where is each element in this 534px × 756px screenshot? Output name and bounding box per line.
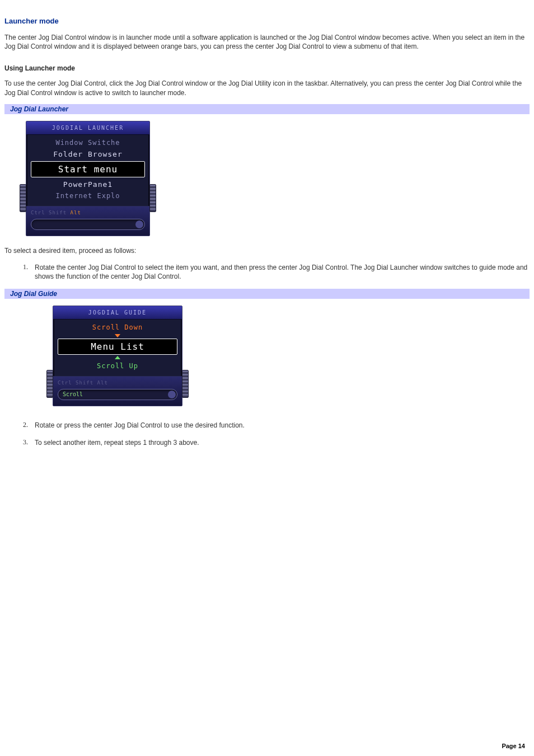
launcher-item[interactable]: Window Switche bbox=[31, 137, 145, 148]
guide-footer: Ctrl Shift Alt Scroll bbox=[53, 376, 182, 406]
launcher-list: Window Switche Folder Browser Start menu… bbox=[26, 135, 149, 206]
guide-scroll-up[interactable]: Scroll Up bbox=[58, 360, 177, 372]
figure-launcher: JOGDIAL LAUNCHER Window Switche Folder B… bbox=[4, 114, 530, 241]
steps-list-cont: 2. Rotate or press the center Jog Dial C… bbox=[4, 421, 530, 447]
section-heading: Launcher mode bbox=[4, 17, 530, 25]
guide-list: Scroll Down Menu List Scroll Up bbox=[53, 320, 182, 376]
jogdial-guide-window: JOGDIAL GUIDE Scroll Down Menu List Scro… bbox=[53, 306, 182, 406]
usage-paragraph: To use the center Jog Dial Control, clic… bbox=[4, 79, 530, 97]
modifier-key-indicator: Ctrl Shift Alt bbox=[31, 210, 145, 215]
steps-list: 1. Rotate the center Jog Dial Control to… bbox=[4, 263, 530, 281]
select-lead: To select a desired item, proceed as fol… bbox=[4, 246, 530, 255]
guide-slot[interactable]: Scroll bbox=[58, 389, 177, 400]
step-number: 2. bbox=[4, 421, 35, 429]
figure-caption-guide: Jog Dial Guide bbox=[4, 289, 530, 299]
chevron-down-icon bbox=[115, 334, 120, 337]
launcher-item[interactable]: PowerPane1 bbox=[31, 179, 145, 190]
intro-paragraph: The center Jog Dial Control window is in… bbox=[4, 33, 530, 51]
step-number: 1. bbox=[4, 263, 35, 271]
keys-dim: Ctrl Shift bbox=[31, 210, 67, 215]
guide-titlebar: JOGDIAL GUIDE bbox=[53, 306, 182, 320]
slot-label: Scroll bbox=[63, 389, 83, 400]
figure-caption-launcher: Jog Dial Launcher bbox=[4, 104, 530, 114]
step-text: To select another item, repeat steps 1 t… bbox=[35, 438, 530, 447]
jogdial-launcher-window: JOGDIAL LAUNCHER Window Switche Folder B… bbox=[26, 121, 150, 236]
launcher-footer: Ctrl Shift Alt bbox=[26, 206, 149, 236]
guide-menu-list[interactable]: Menu List bbox=[58, 339, 177, 355]
launcher-item[interactable]: Internet Explo bbox=[31, 190, 145, 201]
launcher-titlebar: JOGDIAL LAUNCHER bbox=[26, 121, 149, 135]
modifier-key-indicator: Ctrl Shift Alt bbox=[58, 380, 177, 386]
guide-scroll-down[interactable]: Scroll Down bbox=[58, 322, 177, 333]
scroll-handle-left-icon bbox=[20, 184, 26, 212]
figure-guide: JOGDIAL GUIDE Scroll Down Menu List Scro… bbox=[4, 299, 530, 411]
slot-fill-icon bbox=[135, 220, 143, 228]
subsection-heading: Using Launcher mode bbox=[4, 64, 530, 72]
scroll-handle-right-icon bbox=[182, 370, 189, 398]
slot-fill-icon bbox=[168, 391, 176, 398]
keys-active: Alt bbox=[71, 210, 81, 215]
step-3: 3. To select another item, repeat steps … bbox=[4, 438, 530, 447]
launcher-item[interactable]: Folder Browser bbox=[31, 148, 145, 160]
step-text: Rotate or press the center Jog Dial Cont… bbox=[35, 421, 530, 430]
step-1: 1. Rotate the center Jog Dial Control to… bbox=[4, 263, 530, 281]
step-number: 3. bbox=[4, 438, 35, 447]
chevron-up-icon bbox=[115, 356, 120, 359]
scroll-handle-left-icon bbox=[46, 370, 53, 398]
scroll-handle-right-icon bbox=[149, 184, 156, 212]
launcher-slot[interactable] bbox=[31, 219, 145, 230]
step-2: 2. Rotate or press the center Jog Dial C… bbox=[4, 421, 530, 430]
keys-dim: Ctrl Shift Alt bbox=[58, 380, 108, 386]
launcher-item-selected[interactable]: Start menu bbox=[31, 161, 145, 177]
step-text: Rotate the center Jog Dial Control to se… bbox=[35, 263, 530, 281]
